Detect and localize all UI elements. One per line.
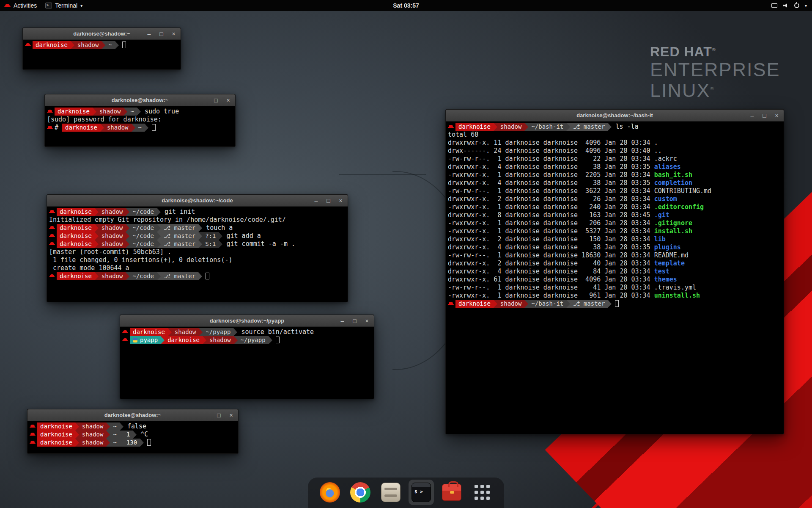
terminal-window-bash-it[interactable]: darknoise@shadow:~/bash-it – □ × darknoi… bbox=[445, 109, 784, 434]
terminal-line: drwxrwxr-x. 61 darknoise darknoise 4096 … bbox=[448, 276, 782, 284]
dock-item-toolbox[interactable] bbox=[442, 482, 462, 502]
close-button[interactable]: × bbox=[338, 198, 343, 204]
prompt-segment-u: darknoise bbox=[130, 328, 168, 336]
minimize-button[interactable]: – bbox=[204, 412, 209, 418]
dock-item-firefox[interactable] bbox=[320, 482, 340, 502]
powerline-arrow bbox=[157, 224, 161, 232]
root-prompt-marker: # bbox=[55, 124, 62, 131]
maximize-button[interactable]: □ bbox=[762, 113, 767, 119]
prompt-segment-p: ~ bbox=[110, 431, 119, 439]
prompt-segment-p: ~/code bbox=[129, 208, 157, 216]
terminal-content[interactable]: darknoiseshadow~/bash-it⎇ master ls -lat… bbox=[446, 121, 784, 309]
window-titlebar[interactable]: darknoise@shadow:~ – □ × bbox=[23, 28, 181, 40]
terminal-window-home-1[interactable]: darknoise@shadow:~ – □ × darknoiseshadow… bbox=[22, 28, 181, 70]
terminal-content[interactable]: darknoiseshadow~ bbox=[23, 40, 181, 50]
terminal-content[interactable]: darknoiseshadow~ falsedarknoiseshadow~1 … bbox=[27, 421, 238, 448]
system-status-area[interactable]: ▾ bbox=[771, 3, 812, 8]
dock-item-chrome[interactable] bbox=[350, 482, 370, 502]
close-button[interactable]: × bbox=[774, 113, 779, 119]
terminal-cursor bbox=[615, 300, 619, 307]
terminal-line: darknoiseshadow~/code⎇ master touch a bbox=[49, 224, 346, 232]
prompt-segment-p: ~ bbox=[127, 108, 137, 116]
close-button[interactable]: × bbox=[228, 412, 234, 418]
prompt-segment-h: shadow bbox=[79, 422, 107, 431]
clock[interactable]: Sat 03:57 bbox=[393, 2, 419, 9]
window-titlebar[interactable]: darknoise@shadow:~/bash-it – □ × bbox=[446, 110, 784, 121]
file-name: custom bbox=[654, 195, 677, 203]
prompt-segment-g: ⎇ master bbox=[161, 240, 198, 248]
window-title: darknoise@shadow:~ bbox=[73, 30, 130, 37]
dock-item-terminal[interactable] bbox=[411, 482, 431, 502]
window-titlebar[interactable]: darknoise@shadow:~ – □ × bbox=[27, 409, 238, 421]
file-name: CONTRIBUTING.md bbox=[654, 187, 711, 195]
prompt-segment-ex: 130 bbox=[123, 439, 140, 447]
terminal-line: total 68 bbox=[448, 131, 782, 139]
minimize-button[interactable]: – bbox=[340, 318, 345, 324]
terminal-line: -rwxrwxr-x. 1 darknoise darknoise 961 Ja… bbox=[448, 292, 782, 300]
display-icon[interactable] bbox=[771, 3, 777, 8]
terminal-window-pyapp[interactable]: darknoise@shadow:~/pyapp – □ × darknoise… bbox=[120, 315, 374, 399]
file-name: themes bbox=[654, 276, 677, 283]
app-menu-label: Terminal bbox=[55, 2, 77, 9]
prompt-segment-u: darknoise bbox=[57, 272, 95, 280]
terminal-content[interactable]: darknoiseshadow~ sudo true[sudo] passwor… bbox=[45, 106, 235, 133]
dock-item-app-grid[interactable] bbox=[472, 482, 492, 502]
file-name: .. bbox=[654, 147, 662, 155]
maximize-button[interactable]: □ bbox=[159, 31, 164, 37]
close-button[interactable]: × bbox=[225, 97, 231, 103]
powerline-arrow bbox=[145, 124, 148, 132]
prompt-segment-h: shadow bbox=[99, 232, 126, 240]
file-name: .ackrc bbox=[654, 155, 677, 163]
maximize-button[interactable]: □ bbox=[213, 97, 219, 103]
files-icon bbox=[381, 483, 401, 502]
redhat-prompt-icon bbox=[25, 41, 31, 49]
terminal-line: [master (root-commit) 50bcb63] . bbox=[49, 248, 346, 256]
window-titlebar[interactable]: darknoise@shadow:~/pyapp – □ × bbox=[120, 315, 374, 327]
terminal-window-code[interactable]: darknoise@shadow:~/code – □ × darknoises… bbox=[47, 194, 348, 302]
prompt-segment-u: darknoise bbox=[33, 41, 71, 49]
minimize-button[interactable]: – bbox=[146, 31, 152, 37]
terminal-line: -rwxrwxr-x. 1 darknoise darknoise 206 Ja… bbox=[448, 219, 782, 227]
minimize-button[interactable]: – bbox=[749, 113, 755, 119]
terminal-window-home-2[interactable]: darknoise@shadow:~ – □ × darknoiseshadow… bbox=[27, 409, 239, 454]
redhat-prompt-icon bbox=[448, 300, 454, 308]
prompt-segment-u: darknoise bbox=[37, 431, 75, 439]
prompt-segment-h: shadow bbox=[206, 336, 234, 344]
powerline-arrow bbox=[95, 224, 99, 232]
file-name: .travis.yml bbox=[654, 284, 696, 291]
prompt-segment-g: ⎇ master bbox=[161, 232, 198, 240]
maximize-button[interactable]: □ bbox=[216, 412, 222, 418]
window-titlebar[interactable]: darknoise@shadow:~ – □ × bbox=[45, 94, 235, 106]
power-icon[interactable] bbox=[794, 3, 799, 8]
redhat-prompt-icon bbox=[49, 272, 55, 280]
close-button[interactable]: × bbox=[364, 318, 370, 324]
brand-enterprise: ENTERPRISE bbox=[650, 60, 780, 80]
terminal-line: drwxrwxr-x. 8 darknoise darknoise 163 Ja… bbox=[448, 211, 782, 219]
powerline-arrow bbox=[157, 272, 161, 280]
firefox-icon bbox=[320, 482, 340, 502]
maximize-button[interactable]: □ bbox=[352, 318, 357, 324]
redhat-prompt-icon bbox=[30, 439, 36, 447]
close-button[interactable]: × bbox=[171, 31, 176, 37]
registered-mark: ® bbox=[712, 47, 716, 52]
terminal-line: darknoiseshadow~130 bbox=[30, 439, 237, 447]
terminal-line: drwxrwxr-x. 4 darknoise darknoise 38 Jan… bbox=[448, 243, 782, 251]
maximize-button[interactable]: □ bbox=[326, 198, 331, 204]
powerline-arrow bbox=[93, 108, 96, 116]
prompt-segment-p: ~/code bbox=[129, 240, 157, 248]
file-name: .gitignore bbox=[654, 219, 692, 227]
minimize-button[interactable]: – bbox=[201, 97, 206, 103]
chevron-down-icon[interactable]: ▾ bbox=[805, 3, 807, 8]
app-menu-terminal[interactable]: Terminal ▾ bbox=[45, 2, 82, 9]
terminal-content[interactable]: darknoiseshadow~/code git initInitialize… bbox=[47, 207, 348, 282]
minimize-button[interactable]: – bbox=[313, 198, 319, 204]
terminal-window-sudo[interactable]: darknoise@shadow:~ – □ × darknoiseshadow… bbox=[44, 94, 236, 147]
redhat-prompt-icon bbox=[49, 208, 55, 216]
window-titlebar[interactable]: darknoise@shadow:~/code – □ × bbox=[47, 195, 348, 207]
dock-item-files[interactable] bbox=[381, 482, 401, 502]
volume-icon[interactable] bbox=[783, 3, 789, 8]
terminal-content[interactable]: darknoiseshadow~/pyapp source bin/activa… bbox=[120, 327, 374, 345]
terminal-line: -rw-rw-r--. 1 darknoise darknoise 3622 J… bbox=[448, 187, 782, 195]
activities-button[interactable]: Activities bbox=[4, 2, 37, 9]
prompt-segment-u: darknoise bbox=[57, 208, 95, 216]
